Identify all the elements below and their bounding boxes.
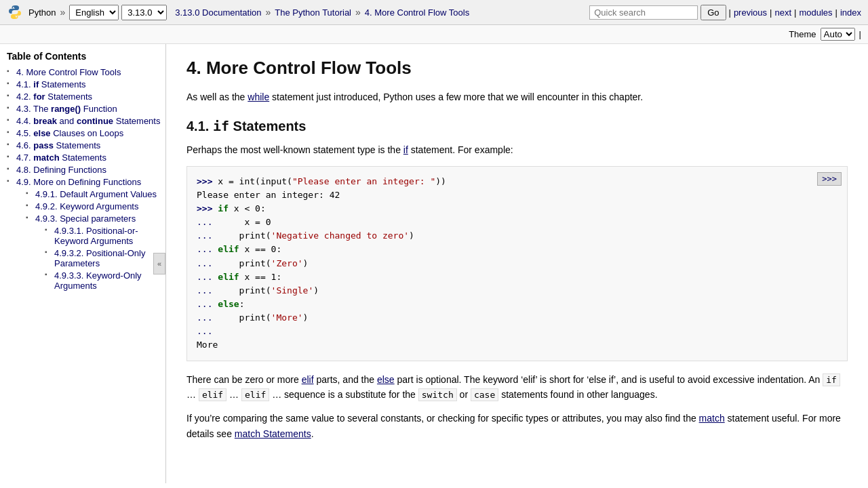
theme-label: Theme (789, 29, 816, 39)
breadcrumb-tutorial[interactable]: The Python Tutorial (275, 7, 351, 18)
while-link[interactable]: while (248, 92, 269, 102)
toc-link-9-3[interactable]: 4.9.3. Special parameters (35, 214, 136, 224)
top-navbar: Python » English 3.13.0 3.13.0 Documenta… (0, 0, 868, 25)
toc-top-item: 4. More Control Flow Tools (7, 67, 165, 77)
breadcrumb-docs[interactable]: 3.13.0 Documentation (175, 7, 261, 18)
section1-para2: There can be zero or more elif parts, an… (186, 372, 848, 403)
toc-link-9-3-2[interactable]: 4.9.3.2. Positional-Only Parameters (54, 248, 145, 268)
toc-link-9-2[interactable]: 4.9.2. Keyword Arguments (35, 201, 138, 211)
toc-link-6[interactable]: 4.6. pass Statements (16, 140, 100, 150)
toc-sublist-9: 4.9.1. Default Argument Values 4.9.2. Ke… (16, 189, 165, 291)
toc-link-9-3-3[interactable]: 4.9.3.3. Keyword-Only Arguments (54, 270, 142, 291)
toc-item-9-3: 4.9.3. Special parameters 4.9.3.1. Posit… (26, 214, 165, 291)
toc-link-1[interactable]: 4.1. if Statements (16, 79, 86, 89)
python-logo-icon (7, 4, 23, 20)
toc-link-2[interactable]: 4.2. for Statements (16, 92, 92, 102)
toc-item-9-1: 4.9.1. Default Argument Values (26, 189, 165, 199)
toc-item-1: 4.1. if Statements (7, 79, 165, 89)
page-title: 4. More Control Flow Tools (186, 58, 848, 79)
match-statements-link[interactable]: match Statements (235, 428, 311, 439)
nav-pipe-2: | (770, 7, 772, 18)
copy-button[interactable]: >>> (817, 172, 842, 186)
toc-item-7: 4.7. match Statements (7, 152, 165, 163)
toc-link-7[interactable]: 4.7. match Statements (16, 152, 106, 163)
nav-sep-4: » (355, 7, 361, 18)
nav-pipe-4: | (835, 7, 837, 18)
index-link[interactable]: index (840, 7, 861, 18)
toc-link-9-1[interactable]: 4.9.1. Default Argument Values (35, 189, 157, 199)
toc-item-9-3-3: 4.9.3.3. Keyword-Only Arguments (45, 270, 165, 291)
toc-link-5[interactable]: 4.5. else Clauses on Loops (16, 128, 123, 138)
toc-item-3: 4.3. The range() Function (7, 104, 165, 114)
sidebar-collapse-button[interactable]: « (153, 253, 165, 274)
toc-item-9-3-2: 4.9.3.2. Positional-Only Parameters (45, 248, 165, 268)
version-selector[interactable]: 3.13.0 (121, 5, 167, 20)
toc-item-8: 4.8. Defining Functions (7, 165, 165, 175)
toc-list: 4. More Control Flow Tools 4.1. if State… (7, 67, 165, 291)
toc-link-3[interactable]: 4.3. The range() Function (16, 104, 117, 114)
modules-link[interactable]: modules (799, 7, 832, 18)
toc-item-5: 4.5. else Clauses on Loops (7, 128, 165, 138)
toc-item-9-2: 4.9.2. Keyword Arguments (26, 201, 165, 211)
match-link[interactable]: match (699, 413, 725, 424)
nav-sep-1: » (60, 7, 65, 18)
section1-para3: If you’re comparing the same value to se… (186, 411, 848, 441)
toc-title: Table of Contents (7, 51, 165, 62)
nav-sep-3: » (265, 7, 271, 18)
search-input[interactable] (589, 5, 698, 20)
nav-pipe-1: | (729, 7, 731, 18)
theme-pipe: | (859, 29, 861, 39)
theme-row: Theme Auto Light Dark | (0, 25, 868, 44)
toc-item-4: 4.4. break and continue Statements (7, 116, 165, 126)
toc-top-link[interactable]: 4. More Control Flow Tools (16, 67, 121, 77)
toc-link-9[interactable]: 4.9. More on Defining Functions (16, 177, 141, 187)
toc-item-2: 4.2. for Statements (7, 92, 165, 102)
nav-pipe-3: | (794, 7, 796, 18)
section1-para1: Perhaps the most well-known statement ty… (186, 142, 848, 157)
language-selector[interactable]: English (69, 5, 119, 20)
elif-link[interactable]: elif (302, 374, 314, 385)
content-area: 4. More Control Flow Tools As well as th… (166, 44, 868, 483)
toc-item-9-3-1: 4.9.3.1. Positional-or-Keyword Arguments (45, 226, 165, 246)
section1-title: 4.1. if Statements (186, 118, 848, 134)
intro-text-1: As well as the (186, 92, 245, 102)
para1-text1: Perhaps the most well-known statement ty… (186, 144, 401, 155)
toc-link-8[interactable]: 4.8. Defining Functions (16, 165, 106, 175)
toc-link-4[interactable]: 4.4. break and continue Statements (16, 116, 160, 126)
nav-links: Go | previous | next | modules | index (589, 5, 861, 20)
theme-selector[interactable]: Auto Light Dark (821, 28, 855, 41)
sidebar: Table of Contents 4. More Control Flow T… (0, 44, 166, 483)
search-box: Go (589, 5, 726, 20)
toc-item-6: 4.6. pass Statements (7, 140, 165, 150)
toc-link-9-3-1[interactable]: 4.9.3.1. Positional-or-Keyword Arguments (54, 226, 138, 246)
toc-item-9: 4.9. More on Defining Functions 4.9.1. D… (7, 177, 165, 291)
intro-text-2: statement just introduced, Python uses a… (272, 92, 643, 102)
next-link[interactable]: next (774, 7, 791, 18)
main-layout: Table of Contents 4. More Control Flow T… (0, 44, 868, 483)
if-link[interactable]: if (403, 144, 408, 155)
breadcrumb-chapter[interactable]: 4. More Control Flow Tools (365, 7, 469, 18)
code-block: >>> >>> x = int(input("Please enter an i… (186, 166, 848, 361)
go-button[interactable]: Go (701, 5, 726, 20)
toc-sublist-9-3: 4.9.3.1. Positional-or-Keyword Arguments… (35, 226, 165, 291)
previous-link[interactable]: previous (734, 7, 767, 18)
intro-paragraph: As well as the while statement just intr… (186, 89, 848, 104)
para1-text2: statement. For example: (411, 144, 513, 155)
else-link[interactable]: else (377, 374, 395, 385)
python-label: Python (28, 7, 56, 18)
